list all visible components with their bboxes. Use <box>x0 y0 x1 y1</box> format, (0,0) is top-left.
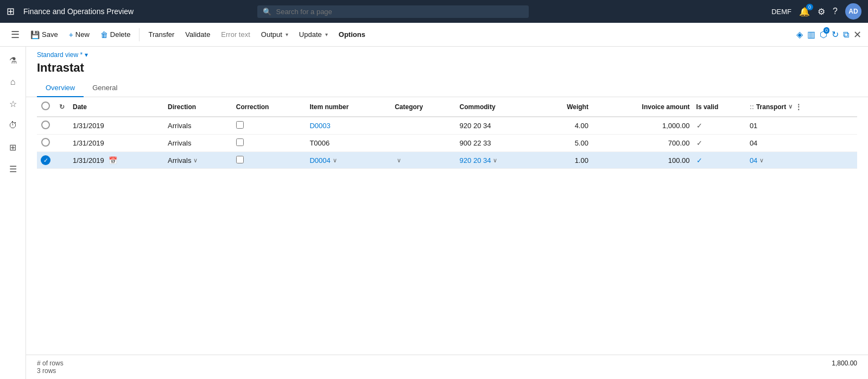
row3-correction-checkbox[interactable] <box>236 156 244 163</box>
row3-correction[interactable] <box>233 152 307 169</box>
search-icon: 🔍 <box>263 8 271 16</box>
th-item-number[interactable]: Item number <box>306 97 391 117</box>
transport-more-icon[interactable]: ⋮ <box>795 103 802 111</box>
app-grid-icon[interactable]: ⊞ <box>7 5 15 17</box>
update-button[interactable]: Update <box>295 28 332 41</box>
personalize-icon[interactable]: ◈ <box>796 29 803 40</box>
row1-invoice-amount: 1,000.00 <box>592 117 693 135</box>
panel-icon[interactable]: ▥ <box>807 29 815 40</box>
table-container: ↻ Date Direction Correction Item number … <box>26 97 868 355</box>
search-input[interactable] <box>276 8 523 16</box>
th-category[interactable]: Category <box>391 97 456 117</box>
row3-select[interactable]: ✓ <box>37 152 54 169</box>
view-chevron-icon: ▾ <box>85 51 88 59</box>
badge-count: 0 <box>823 27 829 34</box>
row3-direction[interactable]: Arrivals ∨ <box>164 152 233 169</box>
output-button[interactable]: Output <box>257 28 293 41</box>
sidebar-item-recent[interactable]: ⏱ <box>2 115 24 136</box>
row1-commodity[interactable]: 920 20 34 <box>457 117 540 135</box>
item-number-dropdown-icon[interactable]: ∨ <box>333 157 337 164</box>
transport-dropdown-icon[interactable]: ∨ <box>759 157 764 164</box>
close-icon[interactable]: ✕ <box>853 29 861 41</box>
table-row: 1/31/2019 Arrivals D0003 920 20 34 4.00 … <box>37 117 857 135</box>
sidebar-item-list[interactable]: ☰ <box>2 159 24 179</box>
row2-date[interactable]: 1/31/2019 <box>69 135 164 152</box>
commodity-dropdown-icon[interactable]: ∨ <box>493 157 497 164</box>
row3-invoice-amount[interactable]: 100.00 <box>592 152 693 169</box>
row2-direction[interactable]: Arrivals <box>164 135 233 152</box>
row3-refresh <box>54 152 69 169</box>
row2-invoice-amount: 700.00 <box>592 135 693 152</box>
open-new-window-icon[interactable]: ⧉ <box>843 30 849 40</box>
row3-weight[interactable]: 1.00 <box>539 152 592 169</box>
rows-count: 3 rows <box>37 367 64 375</box>
avatar[interactable]: AD <box>845 3 861 20</box>
transfer-button[interactable]: Transfer <box>144 28 179 41</box>
view-selector[interactable]: Standard view * ▾ <box>37 51 857 59</box>
row1-direction[interactable]: Arrivals <box>164 117 233 135</box>
sidebar-item-favorites[interactable]: ☆ <box>2 93 24 114</box>
transport-sort-icon[interactable]: ∨ <box>788 103 793 110</box>
row3-transport[interactable]: 04 ∨ <box>746 152 857 169</box>
search-bar[interactable]: 🔍 <box>257 5 529 18</box>
refresh-col-icon[interactable]: ↻ <box>59 103 65 111</box>
table-row: ✓ 1/31/2019 📅 Arrivals ∨ <box>37 152 857 169</box>
settings-icon[interactable]: ⚙ <box>818 7 825 17</box>
th-direction[interactable]: Direction <box>164 97 233 117</box>
row2-correction[interactable] <box>233 135 307 152</box>
row1-transport[interactable]: 01 <box>746 117 857 135</box>
options-button[interactable]: Options <box>334 28 370 41</box>
th-select <box>37 97 54 117</box>
row2-commodity[interactable]: 900 22 33 <box>457 135 540 152</box>
row1-correction-checkbox[interactable] <box>236 121 244 129</box>
th-refresh: ↻ <box>54 97 69 117</box>
th-transport[interactable]: :: Transport ∨ ⋮ <box>746 97 857 117</box>
row2-select[interactable] <box>37 135 54 152</box>
row1-category[interactable] <box>391 117 456 135</box>
badge-icon[interactable]: ⬡ 0 <box>820 29 827 40</box>
row1-item-number[interactable]: D0003 <box>306 117 391 135</box>
toolbar: ☰ 💾 Save + New 🗑 Delete Transfer Validat… <box>0 23 868 47</box>
th-is-valid[interactable]: Is valid <box>693 97 746 117</box>
row1-select[interactable] <box>37 117 54 135</box>
toolbar-right-icons: ◈ ▥ ⬡ 0 ↻ ⧉ ✕ <box>796 29 861 41</box>
hamburger-menu-icon[interactable]: ☰ <box>7 26 24 43</box>
delete-button[interactable]: 🗑 Delete <box>96 28 135 41</box>
row2-transport[interactable]: 04 <box>746 135 857 152</box>
error-text-button[interactable]: Error text <box>217 28 254 41</box>
delete-icon: 🗑 <box>100 30 108 39</box>
main-content: Standard view * ▾ Intrastat Overview Gen… <box>26 47 868 379</box>
direction-dropdown-icon[interactable]: ∨ <box>193 157 198 164</box>
sidebar-item-workspaces[interactable]: ⊞ <box>2 137 24 157</box>
th-correction[interactable]: Correction <box>233 97 307 117</box>
date-picker-icon[interactable]: 📅 <box>109 156 117 165</box>
row2-category[interactable] <box>391 135 456 152</box>
tab-overview[interactable]: Overview <box>37 79 84 97</box>
row3-date[interactable]: 1/31/2019 📅 <box>69 152 164 169</box>
row1-correction[interactable] <box>233 117 307 135</box>
th-commodity[interactable]: Commodity <box>457 97 540 117</box>
notifications-icon[interactable]: 🔔 0 <box>799 7 810 17</box>
tab-general[interactable]: General <box>84 79 126 97</box>
th-invoice-amount[interactable]: Invoice amount <box>592 97 693 117</box>
th-weight[interactable]: Weight <box>539 97 592 117</box>
select-all-radio[interactable] <box>41 102 50 110</box>
validate-button[interactable]: Validate <box>181 28 214 41</box>
sidebar-item-filter[interactable]: ⚗ <box>2 50 24 71</box>
save-button[interactable]: 💾 Save <box>26 28 62 41</box>
th-date[interactable]: Date <box>69 97 164 117</box>
sidebar-item-home[interactable]: ⌂ <box>2 72 24 92</box>
category-dropdown-icon[interactable]: ∨ <box>397 157 401 164</box>
row2-correction-checkbox[interactable] <box>236 138 244 146</box>
row1-date[interactable]: 1/31/2019 <box>69 117 164 135</box>
row3-category[interactable]: ∨ <box>391 152 456 169</box>
page-header: Standard view * ▾ Intrastat <box>26 47 868 79</box>
row3-item-number[interactable]: D0004 ∨ <box>306 152 391 169</box>
refresh-icon[interactable]: ↻ <box>832 29 839 40</box>
row1-refresh <box>54 117 69 135</box>
help-icon[interactable]: ? <box>833 7 838 16</box>
tabs: Overview General <box>26 79 868 97</box>
row2-item-number[interactable]: T0006 <box>306 135 391 152</box>
row3-commodity[interactable]: 920 20 34 ∨ <box>457 152 540 169</box>
new-button[interactable]: + New <box>65 28 94 41</box>
